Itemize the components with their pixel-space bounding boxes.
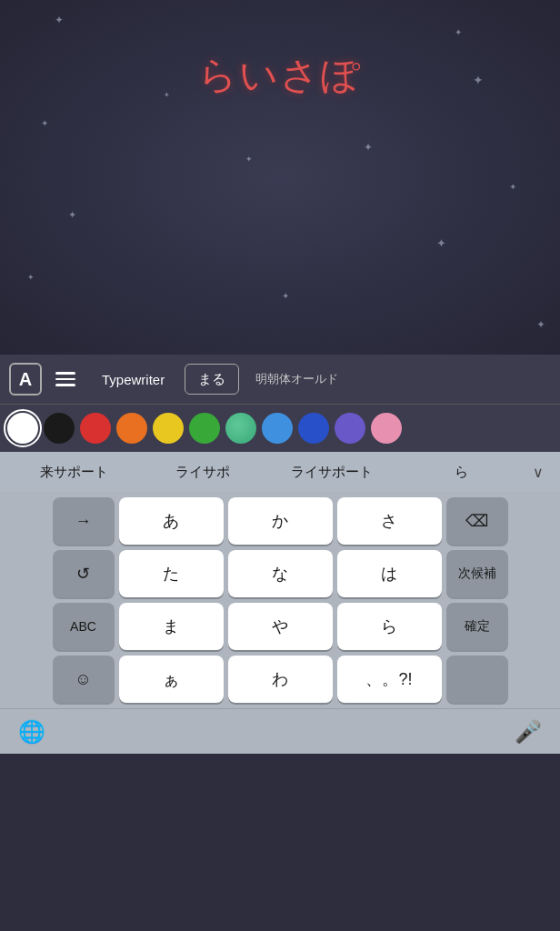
autocomplete-item-3[interactable]: ら (396, 460, 525, 485)
line-bar-3 (55, 384, 75, 386)
color-white[interactable] (7, 413, 38, 444)
color-pink[interactable] (371, 413, 402, 444)
title-text: らいさぽ (198, 50, 362, 101)
key-な[interactable]: な (228, 550, 333, 597)
autocomplete-chevron[interactable]: ∨ (525, 464, 551, 481)
star-decoration: ✦ (473, 73, 484, 87)
key-や[interactable]: や (228, 603, 333, 650)
key-xxxx[interactable]: 、。?! (337, 656, 442, 703)
key-さ[interactable]: さ (337, 497, 442, 545)
color-green[interactable] (189, 413, 220, 444)
key-x[interactable]: ☺ (53, 656, 115, 703)
color-palette (0, 405, 560, 452)
key-x[interactable]: ↺ (53, 550, 115, 597)
star-decoration: ✦ (455, 27, 462, 37)
color-orange[interactable] (116, 413, 147, 444)
line-bar-2 (55, 378, 75, 381)
key-か[interactable]: か (228, 497, 333, 545)
key-ABC[interactable]: ABC (53, 603, 115, 650)
font-icon-label: A (19, 369, 32, 390)
typewriter-button[interactable]: Typewriter (89, 364, 177, 395)
color-blue[interactable] (298, 413, 329, 444)
key-x[interactable]: → (53, 497, 115, 545)
color-red[interactable] (80, 413, 111, 444)
key-xxx[interactable]: 次候補 (446, 550, 508, 597)
star-decoration: ✦ (68, 209, 76, 221)
autocomplete-item-1[interactable]: ライサポ (138, 460, 267, 485)
key-ま[interactable]: ま (119, 603, 224, 650)
star-decoration: ✦ (509, 182, 516, 192)
star-decoration: ✦ (245, 155, 253, 164)
autocomplete-item-2[interactable]: ライサポート (267, 460, 396, 485)
line-bar-1 (55, 372, 75, 375)
key-ぁ[interactable]: ぁ (119, 656, 224, 703)
star-decoration: ✦ (164, 91, 170, 99)
star-decoration: ✦ (282, 291, 289, 301)
key-row-1: ↺たなは次候補 (4, 550, 556, 597)
color-light-blue[interactable] (262, 413, 293, 444)
key-row-2: ABCまやら確定 (4, 603, 556, 650)
key-xx[interactable]: 確定 (446, 603, 508, 650)
key-た[interactable]: た (119, 550, 224, 597)
bottom-bar: 🌐 🎤 (0, 708, 560, 754)
key-ら[interactable]: ら (337, 603, 442, 650)
key-row-0: →あかさ⌫ (4, 497, 556, 545)
star-decoration: ✦ (27, 273, 35, 282)
key-x[interactable]: ⌫ (446, 497, 508, 545)
color-teal-glitter[interactable] (225, 413, 256, 444)
color-purple[interactable] (335, 413, 365, 444)
star-decoration: ✦ (41, 118, 48, 128)
star-decoration: ✦ (364, 141, 373, 154)
star-decoration: ✦ (55, 14, 64, 26)
autocomplete-bar: 来サポートライサポライサポートら∨ (0, 452, 560, 492)
lines-icon-button[interactable] (49, 363, 82, 395)
toolbar: A Typewriter まる 明朝体オールド (0, 355, 560, 405)
star-decoration: ✦ (436, 236, 446, 250)
key-row-3: ☺ぁわ、。?! (4, 656, 556, 703)
keyboard-area: →あかさ⌫↺たなは次候補ABCまやら確定☺ぁわ、。?! (0, 492, 560, 708)
maru-button[interactable]: まる (185, 364, 239, 395)
globe-icon[interactable]: 🌐 (18, 719, 45, 745)
key-は[interactable]: は (337, 550, 442, 597)
key-あ[interactable]: あ (119, 497, 224, 545)
color-black[interactable] (44, 413, 75, 444)
star-decoration: ✦ (536, 318, 545, 331)
canvas-area: ✦✦✦✦✦✦✦✦✦✦✦✦✦ らいさぽ (0, 0, 560, 355)
font-icon-button[interactable]: A (9, 363, 42, 395)
color-yellow[interactable] (153, 413, 184, 444)
mic-icon[interactable]: 🎤 (515, 719, 542, 745)
key-わ[interactable]: わ (228, 656, 333, 703)
mincho-button[interactable]: 明朝体オールド (246, 364, 347, 395)
key-[interactable] (446, 656, 508, 703)
autocomplete-item-0[interactable]: 来サポート (9, 460, 138, 485)
